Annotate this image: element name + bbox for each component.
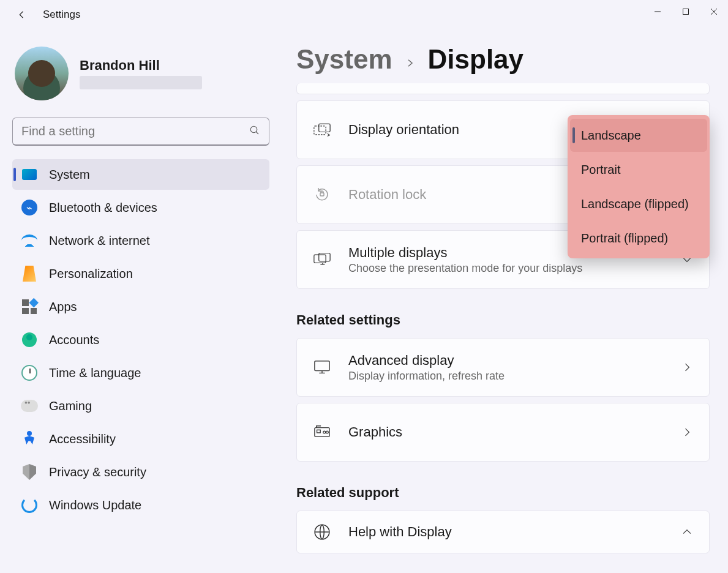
close-button[interactable] xyxy=(700,0,728,23)
svg-point-10 xyxy=(323,431,326,433)
dropdown-option-landscape[interactable]: Landscape xyxy=(570,119,707,152)
section-related-support: Related support xyxy=(296,485,710,501)
sidebar-item-label: Apps xyxy=(49,300,77,314)
bluetooth-icon: ⌁ xyxy=(21,199,38,216)
card-graphics[interactable]: Graphics xyxy=(296,403,710,462)
sidebar-item-label: Personalization xyxy=(49,267,133,281)
profile-name: Brandon Hill xyxy=(80,58,202,73)
window-controls xyxy=(644,0,728,23)
card-title: Help with Display xyxy=(348,524,664,540)
maximize-button[interactable] xyxy=(672,0,700,23)
card-help-display[interactable]: Help with Display xyxy=(296,511,710,553)
card-title: Advanced display xyxy=(348,353,664,369)
card-stub-previous[interactable] xyxy=(296,83,710,94)
chevron-right-icon xyxy=(405,44,416,75)
sidebar-item-label: Bluetooth & devices xyxy=(49,201,157,215)
dropdown-option-portrait-flipped[interactable]: Portrait (flipped) xyxy=(570,222,707,255)
globe-icon xyxy=(313,523,331,541)
orientation-icon xyxy=(313,121,331,139)
sidebar-item-accounts[interactable]: Accounts xyxy=(12,324,269,355)
profile-email-redacted xyxy=(80,76,202,89)
breadcrumb: System Display xyxy=(296,44,710,75)
sidebar-item-label: Accounts xyxy=(49,333,99,347)
sidebar-item-personalization[interactable]: Personalization xyxy=(12,258,269,289)
chevron-right-icon xyxy=(681,426,693,438)
svg-rect-4 xyxy=(320,193,324,196)
orientation-dropdown[interactable]: Landscape Portrait Landscape (flipped) P… xyxy=(568,115,710,258)
monitor-icon xyxy=(313,358,331,376)
chevron-right-icon xyxy=(681,361,693,373)
breadcrumb-current: Display xyxy=(428,44,524,75)
search-box[interactable] xyxy=(12,118,269,146)
sidebar-item-label: Gaming xyxy=(49,399,92,413)
system-icon xyxy=(21,166,38,183)
sidebar-item-label: Accessibility xyxy=(49,432,116,446)
sidebar-item-accessibility[interactable]: Accessibility xyxy=(12,424,269,454)
svg-rect-3 xyxy=(319,124,330,132)
svg-rect-9 xyxy=(317,430,321,433)
profile-block[interactable]: Brandon Hill xyxy=(12,47,269,100)
svg-rect-7 xyxy=(315,361,329,371)
sidebar-item-system[interactable]: System xyxy=(12,159,269,190)
main-content: System Display Display orientation Rotat… xyxy=(296,44,710,573)
svg-point-1 xyxy=(250,126,257,133)
sidebar-item-privacy[interactable]: Privacy & security xyxy=(12,457,269,487)
sidebar-item-bluetooth[interactable]: ⌁ Bluetooth & devices xyxy=(12,192,269,223)
apps-icon xyxy=(21,298,38,315)
card-title: Graphics xyxy=(348,424,664,440)
clock-icon xyxy=(21,364,38,381)
update-icon xyxy=(21,496,38,514)
sidebar-item-update[interactable]: Windows Update xyxy=(12,490,269,520)
accounts-icon xyxy=(21,331,38,348)
sidebar-item-label: Network & internet xyxy=(49,234,150,248)
sidebar: Brandon Hill System ⌁ Bluetooth & device… xyxy=(0,37,282,520)
wifi-icon xyxy=(21,232,38,249)
sidebar-item-label: System xyxy=(49,168,90,182)
chevron-up-icon xyxy=(681,526,693,538)
app-title: Settings xyxy=(43,9,80,21)
accessibility-icon xyxy=(21,430,38,448)
sidebar-item-gaming[interactable]: Gaming xyxy=(12,391,269,421)
shield-icon xyxy=(21,463,38,481)
rotation-lock-icon xyxy=(313,185,331,204)
search-icon xyxy=(249,125,260,138)
dropdown-option-portrait[interactable]: Portrait xyxy=(570,153,707,186)
titlebar: Settings xyxy=(0,0,728,29)
sidebar-item-label: Privacy & security xyxy=(49,465,146,479)
arrow-left-icon xyxy=(17,9,28,20)
multiple-displays-icon xyxy=(313,250,331,269)
sidebar-item-label: Time & language xyxy=(49,366,141,380)
back-button[interactable] xyxy=(10,2,34,27)
sidebar-item-label: Windows Update xyxy=(49,498,141,512)
search-input[interactable] xyxy=(21,124,249,138)
svg-rect-0 xyxy=(683,9,689,15)
minimize-button[interactable] xyxy=(644,0,672,23)
card-subtitle: Display information, refresh rate xyxy=(348,370,664,383)
gamepad-icon xyxy=(21,397,38,414)
svg-point-11 xyxy=(326,431,329,433)
breadcrumb-parent[interactable]: System xyxy=(296,44,392,75)
svg-rect-2 xyxy=(314,126,326,135)
sidebar-item-time[interactable]: Time & language xyxy=(12,358,269,388)
svg-rect-6 xyxy=(319,253,330,261)
svg-rect-5 xyxy=(314,255,326,263)
brush-icon xyxy=(21,265,38,282)
graphics-icon xyxy=(313,423,331,441)
sidebar-item-apps[interactable]: Apps xyxy=(12,291,269,322)
dropdown-option-landscape-flipped[interactable]: Landscape (flipped) xyxy=(570,187,707,220)
card-subtitle: Choose the presentation mode for your di… xyxy=(348,262,664,275)
card-advanced-display[interactable]: Advanced display Display information, re… xyxy=(296,338,710,397)
avatar xyxy=(15,47,69,100)
nav: System ⌁ Bluetooth & devices Network & i… xyxy=(12,159,269,520)
sidebar-item-network[interactable]: Network & internet xyxy=(12,225,269,256)
section-related-settings: Related settings xyxy=(296,312,710,328)
